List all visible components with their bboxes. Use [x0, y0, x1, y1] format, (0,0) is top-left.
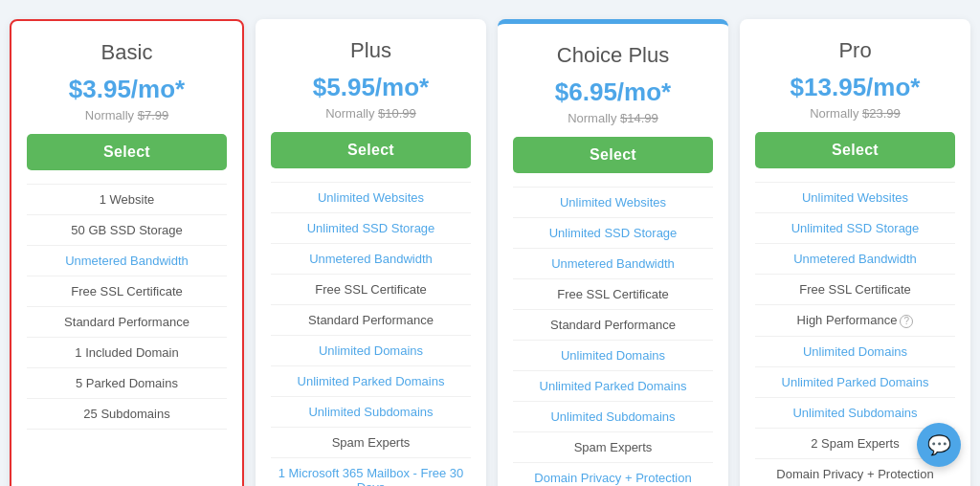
plan-card-plus: Plus$5.95/mo*Normally $10.99SelectUnlimi… [256, 19, 486, 486]
plan-price-choice-plus: $6.95/mo* [513, 77, 713, 107]
plan-card-choice-plus: Choice Plus$6.95/mo*Normally $14.99Selec… [498, 19, 728, 486]
feature-item: 5 Parked Domains [27, 368, 227, 399]
plan-price-pro: $13.95/mo* [755, 73, 955, 102]
plan-normal-price-pro: Normally $23.99 [755, 106, 955, 121]
plan-price-plus: $5.95/mo* [271, 73, 471, 102]
feature-item: Standard Performance [271, 305, 471, 336]
feature-item: High Performance? [755, 305, 955, 337]
feature-item: Unlimited Parked Domains [755, 367, 955, 398]
plan-name-choice-plus: Choice Plus [513, 43, 713, 68]
chat-button[interactable]: 💬 [917, 423, 961, 467]
feature-item: 1 Website [27, 185, 227, 215]
feature-item: Unlimited Domains [755, 337, 955, 367]
plan-normal-price-basic: Normally $7.99 [27, 108, 227, 122]
feature-item: Unlimited SSD Storage [755, 213, 955, 244]
feature-item: Unlimited Subdomains [755, 398, 955, 429]
feature-item: Free SSL Certificate [755, 275, 955, 305]
plan-name-pro: Pro [755, 38, 955, 63]
feature-item: Unlimited Parked Domains [513, 371, 713, 402]
features-list-plus: Unlimited WebsitesUnlimited SSD StorageU… [271, 182, 471, 486]
feature-item: 1 Microsoft 365 Mailbox - Free 30 Days [271, 458, 471, 486]
plans-container: Basic$3.95/mo*Normally $7.99Select1 Webs… [10, 19, 970, 486]
feature-item: Unlimited Parked Domains [271, 366, 471, 397]
features-list-basic: 1 Website50 GB SSD StorageUnmetered Band… [27, 184, 227, 430]
feature-item: Unlimited Subdomains [271, 397, 471, 428]
feature-item: Unlimited Websites [513, 188, 713, 218]
feature-item: Standard Performance [27, 307, 227, 338]
feature-item: Unlimited Websites [271, 183, 471, 213]
plan-price-basic: $3.95/mo* [27, 75, 227, 104]
feature-item: Free SSL Certificate [271, 275, 471, 305]
feature-item: Unlimited SSD Storage [271, 213, 471, 244]
feature-item: Unlimited Subdomains [513, 402, 713, 432]
feature-item: Unmetered Bandwidth [513, 249, 713, 279]
feature-item: Domain Privacy + Protection [755, 459, 955, 486]
feature-item: Unmetered Bandwidth [27, 246, 227, 276]
select-button-choice-plus[interactable]: Select [513, 137, 713, 173]
plan-normal-price-choice-plus: Normally $14.99 [513, 111, 713, 125]
feature-item: 50 GB SSD Storage [27, 215, 227, 246]
feature-item: Unmetered Bandwidth [755, 244, 955, 275]
select-button-basic[interactable]: Select [27, 134, 227, 170]
features-list-choice-plus: Unlimited WebsitesUnlimited SSD StorageU… [513, 187, 713, 486]
feature-item: Spam Experts [271, 428, 471, 458]
feature-item: 1 Included Domain [27, 338, 227, 368]
feature-item: Unlimited Domains [271, 336, 471, 366]
feature-item: Free SSL Certificate [27, 276, 227, 307]
feature-item: Free SSL Certificate [513, 279, 713, 310]
feature-item: Spam Experts [513, 432, 713, 463]
select-button-pro[interactable]: Select [755, 132, 955, 168]
info-icon[interactable]: ? [900, 315, 913, 328]
feature-item: Unlimited Domains [513, 341, 713, 371]
plan-name-basic: Basic [27, 40, 227, 65]
plan-name-plus: Plus [271, 38, 471, 63]
select-button-plus[interactable]: Select [271, 132, 471, 168]
feature-item: Unlimited SSD Storage [513, 218, 713, 249]
feature-item: Unmetered Bandwidth [271, 244, 471, 275]
feature-item: Unlimited Websites [755, 183, 955, 213]
plan-normal-price-plus: Normally $10.99 [271, 106, 471, 121]
feature-item: Standard Performance [513, 310, 713, 341]
plan-card-basic: Basic$3.95/mo*Normally $7.99Select1 Webs… [10, 19, 244, 486]
feature-item: Domain Privacy + Protection [513, 463, 713, 486]
feature-item: 25 Subdomains [27, 399, 227, 430]
plan-card-pro: Pro$13.95/mo*Normally $23.99SelectUnlimi… [740, 19, 970, 486]
chat-icon: 💬 [927, 433, 951, 456]
